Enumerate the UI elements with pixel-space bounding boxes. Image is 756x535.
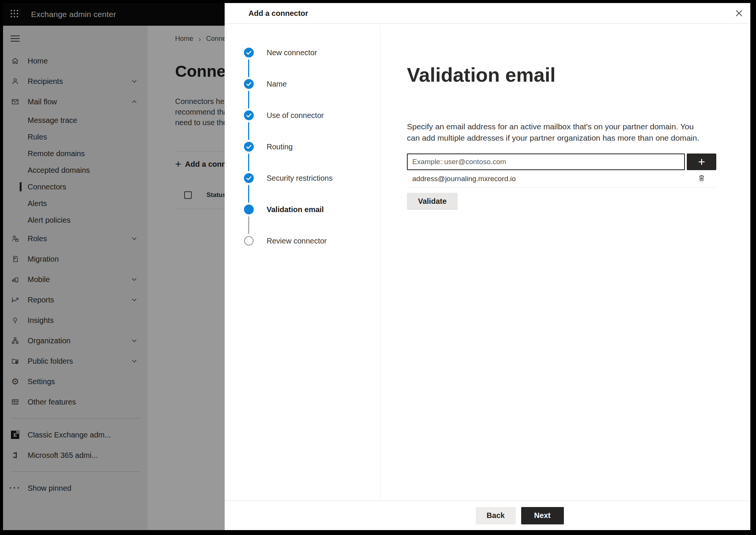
trash-icon	[697, 174, 706, 183]
step-completed-check-icon	[244, 173, 254, 183]
screenshot-stage: Exchange admin center HomeRecipientsMail…	[0, 0, 756, 535]
panel-body: New connectorNameUse of connectorRouting…	[225, 24, 750, 501]
panel-footer: Back Next	[225, 501, 750, 530]
step-label: Review connector	[267, 236, 327, 246]
step-completed-check-icon	[244, 79, 254, 89]
step-label: Validation email	[267, 205, 324, 214]
wizard-step-review-connector[interactable]: Review connector	[225, 236, 380, 267]
step-connector-line	[248, 154, 249, 171]
footer-buttons: Back Next	[476, 507, 564, 524]
step-completed-check-icon	[244, 142, 254, 152]
address-list: address@journaling.mxrecord.io	[407, 170, 716, 188]
email-input[interactable]	[407, 154, 685, 170]
exchange-admin-app: Exchange admin center HomeRecipientsMail…	[3, 3, 750, 530]
next-button[interactable]: Next	[521, 507, 564, 524]
wizard-step-use-of-connector[interactable]: Use of connector	[225, 110, 380, 142]
address-value: address@journaling.mxrecord.io	[412, 175, 697, 183]
back-button[interactable]: Back	[476, 507, 516, 524]
wizard-step-security-restrictions[interactable]: Security restrictions	[225, 173, 380, 205]
modal-dim-overlay[interactable]	[3, 3, 225, 530]
step-connector-line	[248, 216, 249, 234]
step-completed-check-icon	[244, 110, 254, 120]
email-entry-row: +	[407, 154, 716, 170]
step-connector-line	[248, 185, 249, 203]
wizard-step-routing[interactable]: Routing	[225, 142, 380, 173]
step-label: Use of connector	[267, 110, 324, 120]
plus-icon: +	[698, 156, 705, 168]
step-label: New connector	[267, 48, 317, 57]
add-connector-panel: Add a connector New connectorNameUse of …	[225, 3, 750, 530]
step-label: Name	[267, 79, 287, 89]
step-connector-line	[248, 91, 249, 109]
step-heading: Validation email	[407, 64, 716, 86]
address-row: address@journaling.mxrecord.io	[407, 170, 716, 188]
step-label: Routing	[267, 142, 293, 152]
step-label: Security restrictions	[267, 173, 333, 183]
step-description: Specify an email address for an active m…	[407, 121, 706, 144]
panel-title: Add a connector	[248, 9, 308, 18]
close-button[interactable]	[732, 7, 746, 20]
wizard-steps: New connectorNameUse of connectorRouting…	[225, 24, 380, 501]
close-icon	[735, 9, 743, 19]
step-connector-line	[248, 59, 249, 77]
validate-button[interactable]: Validate	[407, 193, 458, 210]
step-upcoming-circle-icon	[244, 236, 254, 246]
wizard-step-name[interactable]: Name	[225, 79, 380, 110]
wizard-step-validation-email[interactable]: Validation email	[225, 205, 380, 236]
panel-header: Add a connector	[225, 3, 750, 24]
delete-address-button[interactable]	[697, 174, 706, 184]
wizard-step-new-connector[interactable]: New connector	[225, 48, 380, 79]
step-connector-line	[248, 122, 249, 140]
step-completed-check-icon	[244, 48, 254, 57]
add-email-button[interactable]: +	[687, 154, 716, 170]
validation-email-step: Validation email Specify an email addres…	[380, 24, 750, 501]
step-current-dot-icon	[244, 205, 254, 214]
